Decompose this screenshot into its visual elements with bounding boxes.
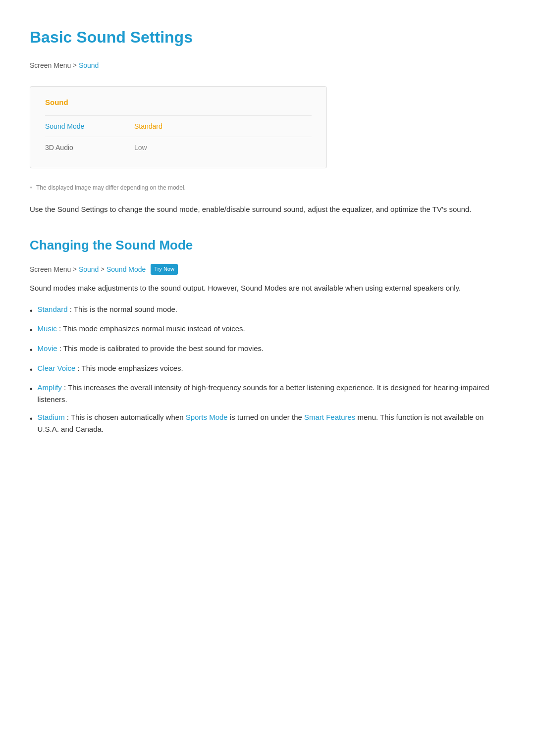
bullet-icon: •	[30, 344, 33, 356]
section-breadcrumb-sep2: >	[101, 264, 105, 275]
list-item: • Amplify : This increases the overall i…	[30, 382, 505, 405]
mode-desc-stadium-part1: : This is chosen automatically when	[67, 413, 186, 421]
mode-desc-amplify: : This increases the overall intensity o…	[38, 383, 489, 403]
breadcrumb: Screen Menu > Sound	[30, 60, 505, 71]
note: " The displayed image may differ dependi…	[30, 183, 505, 195]
section-breadcrumb-soundmode[interactable]: Sound Mode	[107, 264, 146, 275]
mode-desc-standard: : This is the normal sound mode.	[70, 305, 177, 313]
mode-name-stadium: Stadium	[38, 413, 65, 421]
section-breadcrumb: Screen Menu > Sound > Sound Mode Try Now	[30, 264, 505, 275]
bullet-icon: •	[30, 363, 33, 376]
3d-audio-value: Low	[134, 142, 147, 153]
mode-item-text: Standard : This is the normal sound mode…	[38, 303, 177, 315]
try-now-badge[interactable]: Try Now	[151, 264, 178, 275]
page-title: Basic Sound Settings	[30, 25, 505, 50]
smart-features-link[interactable]: Smart Features	[304, 413, 355, 421]
section-breadcrumb-prefix: Screen Menu	[30, 264, 71, 275]
bullet-icon: •	[30, 304, 33, 317]
note-text: The displayed image may differ depending…	[36, 183, 186, 193]
bullet-icon: •	[30, 412, 33, 425]
mode-item-text: Amplify : This increases the overall int…	[38, 382, 505, 405]
mode-name-movie: Movie	[38, 344, 57, 353]
3d-audio-row[interactable]: 3D Audio Low	[45, 137, 312, 158]
list-item: • Stadium : This is chosen automatically…	[30, 411, 505, 435]
list-item: • Standard : This is the normal sound mo…	[30, 303, 505, 317]
mode-item-text: Music : This mode emphasizes normal musi…	[38, 323, 245, 335]
breadcrumb-separator: >	[73, 60, 77, 71]
main-description: Use the Sound Settings to change the sou…	[30, 203, 505, 216]
section-title: Changing the Sound Mode	[30, 235, 505, 256]
sports-mode-link[interactable]: Sports Mode	[186, 413, 228, 421]
3d-audio-label: 3D Audio	[45, 142, 134, 153]
section-breadcrumb-sep1: >	[73, 264, 77, 275]
mode-item-text: Movie : This mode is calibrated to provi…	[38, 343, 264, 354]
bullet-icon: •	[30, 324, 33, 337]
sound-mode-row[interactable]: Sound Mode Standard	[45, 115, 312, 137]
mode-name-standard: Standard	[38, 305, 68, 313]
mode-desc-clearvoice: : This mode emphasizes voices.	[78, 364, 183, 372]
mode-name-amplify: Amplify	[38, 383, 62, 392]
mode-item-text: Stadium : This is chosen automatically w…	[38, 411, 505, 435]
breadcrumb-sound-link[interactable]: Sound	[79, 60, 99, 71]
list-item: • Music : This mode emphasizes normal mu…	[30, 323, 505, 337]
sound-mode-label: Sound Mode	[45, 121, 134, 132]
mode-desc-stadium-part2: is turned on under the	[230, 413, 304, 421]
breadcrumb-prefix: Screen Menu	[30, 60, 71, 71]
mode-item-text: Clear Voice : This mode emphasizes voice…	[38, 362, 183, 374]
mode-desc-music: : This mode emphasizes normal music inst…	[59, 324, 245, 333]
ui-panel: Sound Sound Mode Standard 3D Audio Low	[30, 86, 327, 169]
mode-name-clearvoice: Clear Voice	[38, 364, 76, 372]
bullet-icon: •	[30, 383, 33, 396]
list-item: • Movie : This mode is calibrated to pro…	[30, 343, 505, 356]
note-mark: "	[30, 184, 32, 195]
sound-mode-value: Standard	[134, 121, 162, 132]
list-item: • Clear Voice : This mode emphasizes voi…	[30, 362, 505, 376]
mode-desc-movie: : This mode is calibrated to provide the…	[59, 344, 264, 353]
panel-title: Sound	[45, 97, 312, 108]
section-breadcrumb-sound[interactable]: Sound	[79, 264, 99, 275]
mode-name-music: Music	[38, 324, 57, 333]
sound-modes-intro: Sound modes make adjustments to the soun…	[30, 282, 505, 295]
modes-list: • Standard : This is the normal sound mo…	[30, 303, 505, 435]
